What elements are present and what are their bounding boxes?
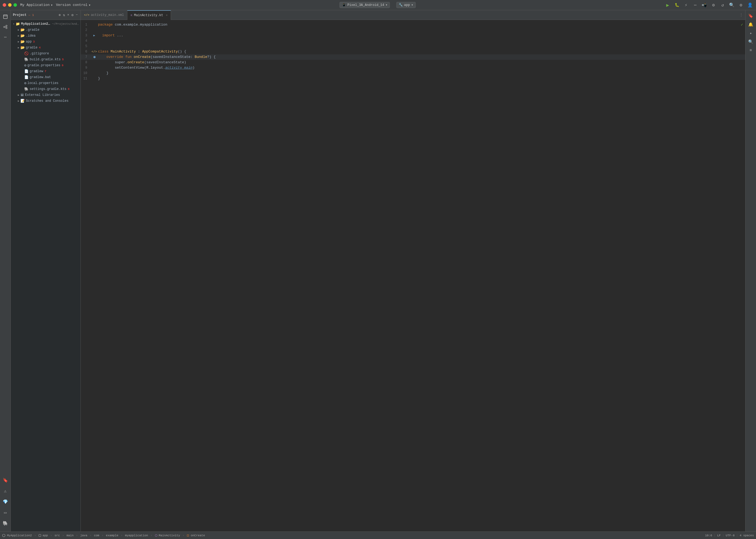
- line-number-7: 7: [81, 54, 92, 60]
- status-breadcrumb-app-label: app: [42, 534, 48, 537]
- sidebar-settings-icon[interactable]: ⚙: [71, 12, 74, 18]
- tree-item-gradle-properties[interactable]: ⚙ gradle.properties 6: [11, 62, 81, 68]
- activity-terminal-icon[interactable]: ▭: [1, 508, 10, 517]
- run-button[interactable]: ▶: [664, 2, 671, 8]
- tree-root-path: ~/Projects/Android/MyApplication: [52, 22, 81, 26]
- code-editor[interactable]: 1 package com.example.myapplication ✓ 2 …: [81, 20, 745, 531]
- run-target-label: app: [404, 3, 410, 7]
- code-line-7: 7 override fun onCreate(savedInstanceSta…: [81, 54, 745, 60]
- rp-ai-icon[interactable]: ✦: [747, 29, 755, 37]
- tree-item-scratches[interactable]: ▶ 📝 Scratches and Consoles: [11, 98, 81, 104]
- search-icon[interactable]: 🔍: [728, 2, 735, 8]
- tree-item-external-libraries[interactable]: ▶ 🏛 External Libraries: [11, 92, 81, 98]
- version-control-menu[interactable]: Version control ▾: [56, 3, 91, 7]
- rp-bookmarks-icon[interactable]: 🔖: [747, 12, 755, 20]
- app-name-label: My Application: [20, 3, 49, 7]
- sidebar-collapse-icon[interactable]: ×: [67, 12, 70, 18]
- profile-button[interactable]: ⚡: [683, 2, 689, 8]
- sdk-manager-icon[interactable]: ⚙: [710, 2, 717, 8]
- status-indent[interactable]: 4 spaces: [740, 534, 754, 537]
- device-manager-icon[interactable]: 📲: [701, 2, 708, 8]
- sync-icon[interactable]: ↺: [719, 2, 726, 8]
- status-position[interactable]: 10:6: [705, 534, 712, 537]
- line-number-5: 5: [81, 43, 92, 49]
- rp-find-usages-icon[interactable]: 🔍: [747, 38, 755, 46]
- tree-gradle-hidden-arrow: ▶: [17, 28, 21, 32]
- sidebar-hide-icon[interactable]: −: [75, 12, 78, 18]
- activity-more-icon[interactable]: ⋯: [1, 32, 10, 42]
- status-encoding[interactable]: UTF-8: [726, 534, 735, 537]
- app-name-menu[interactable]: My Application ▾: [20, 3, 53, 7]
- status-breadcrumb-src[interactable]: src: [54, 534, 60, 537]
- tree-gradlew-bat-label: gradlew.bat: [30, 75, 51, 79]
- tab-activity-main-xml[interactable]: </> activity_main.xml: [81, 10, 127, 20]
- activity-bookmarks-icon[interactable]: 🔖: [1, 476, 10, 485]
- tab-kt-close-icon[interactable]: ×: [166, 14, 168, 17]
- tree-gradle-props-icon: ⚙: [24, 63, 27, 68]
- tree-item-gradle[interactable]: ▶ 📂 gradle 4: [11, 45, 81, 51]
- tree-item-app[interactable]: ▶ 📂 app 3: [11, 39, 81, 45]
- tab-xml-icon: </>: [84, 14, 89, 17]
- minimize-button[interactable]: [8, 3, 12, 7]
- sidebar-expand-icon[interactable]: ⇅: [62, 12, 66, 18]
- status-breadcrumb-main[interactable]: main: [66, 534, 73, 537]
- line-number-3: 3: [81, 33, 92, 38]
- tree-item-idea[interactable]: ▶ 📂 .idea: [11, 33, 81, 39]
- tab-main-activity-kt[interactable]: K MainActivity.kt ×: [127, 10, 171, 20]
- tree-item-gitignore[interactable]: 🚫 .gitignore: [11, 51, 81, 56]
- tree-item-gradlew-bat[interactable]: 📄 gradlew.bat: [11, 74, 81, 80]
- code-line-3: 3 ▶ import ...: [81, 33, 745, 38]
- title-right-actions: ▶ 🐛 ⚡ ⋯ 📲 ⚙ ↺ 🔍 ⚙ 👤: [664, 2, 753, 8]
- close-button[interactable]: [3, 3, 6, 7]
- code-line-2: 2: [81, 28, 745, 33]
- activity-project-icon[interactable]: [1, 12, 10, 22]
- user-icon[interactable]: 👤: [747, 2, 753, 8]
- activity-vcs-icon[interactable]: [1, 22, 10, 32]
- status-breadcrumb-example[interactable]: example: [106, 534, 118, 537]
- status-breadcrumb-com[interactable]: com: [94, 534, 99, 537]
- breadcrumb-sep-3: ›: [62, 534, 64, 537]
- rp-structure-icon[interactable]: ≡: [747, 46, 755, 54]
- status-project-name[interactable]: MyApplication2: [2, 534, 32, 537]
- code-line-11: 11 }: [81, 76, 745, 81]
- status-breadcrumb-app[interactable]: app: [38, 534, 48, 537]
- maximize-button[interactable]: [14, 3, 17, 7]
- tree-item-settings-gradle[interactable]: 🐘 settings.gradle.kts 8: [11, 86, 81, 92]
- device-chevron-icon: ▾: [386, 3, 387, 7]
- tree-gitignore-icon: 🚫: [24, 51, 29, 56]
- line-content-7: override fun onCreate(savedInstanceState…: [97, 54, 745, 60]
- tree-item-build-gradle[interactable]: 🐘 build.gradle.kts 5: [11, 56, 81, 62]
- device-name-label: Pixel_3A_Android_14: [347, 3, 384, 7]
- tree-item-gradle-hidden[interactable]: ▶ 📂 .gradle: [11, 27, 81, 33]
- sidebar-locate-icon[interactable]: ⊕: [58, 12, 61, 18]
- rp-notifications-icon[interactable]: 🔔: [747, 21, 755, 29]
- status-breadcrumb-myapplication[interactable]: myapplication: [125, 534, 148, 537]
- activity-gemini-icon[interactable]: 💎: [1, 497, 10, 507]
- line-content-11: }: [97, 76, 745, 81]
- status-breadcrumb-oncreate[interactable]: onCreate: [187, 534, 205, 537]
- status-breadcrumb-com-label: com: [94, 534, 99, 537]
- tree-ext-libs-arrow: ▶: [17, 93, 21, 97]
- tree-item-local-properties[interactable]: ⚙ local.properties: [11, 80, 81, 86]
- window-controls[interactable]: [3, 3, 17, 7]
- line-number-10: 10: [81, 71, 92, 76]
- device-selector[interactable]: 📱 Pixel_3A_Android_14 ▾: [340, 2, 390, 8]
- debug-button[interactable]: 🐛: [674, 2, 680, 8]
- tree-root[interactable]: ▾ 📁 MyApplication2 [My Application] ~/Pr…: [11, 21, 81, 27]
- activity-problems-icon[interactable]: ⚠: [1, 486, 10, 496]
- code-line-1: 1 package com.example.myapplication ✓: [81, 22, 745, 28]
- tab-bar: </> activity_main.xml K MainActivity.kt …: [81, 10, 745, 20]
- tree-gradle-props-num: 6: [62, 64, 63, 67]
- split-editor-icon[interactable]: ⋮: [739, 13, 743, 17]
- activity-gradle-icon[interactable]: 🐘: [1, 518, 10, 528]
- status-breadcrumb-mainactivity[interactable]: MainActivity: [155, 534, 180, 537]
- tree-item-gradlew[interactable]: 📄 gradlew 7: [11, 68, 81, 74]
- more-actions-button[interactable]: ⋯: [692, 2, 698, 8]
- status-line-ending[interactable]: LF: [717, 534, 721, 537]
- svg-rect-0: [4, 15, 7, 19]
- activity-bar-bottom: 🔖 ⚠ 💎 ▭ 🐘: [1, 476, 10, 530]
- right-panel: 🔖 🔔 ✦ 🔍 ≡: [745, 10, 756, 531]
- run-target-selector[interactable]: 🔧 app ▾: [396, 2, 416, 8]
- settings-icon[interactable]: ⚙: [738, 2, 744, 8]
- status-breadcrumb-java[interactable]: java: [80, 534, 87, 537]
